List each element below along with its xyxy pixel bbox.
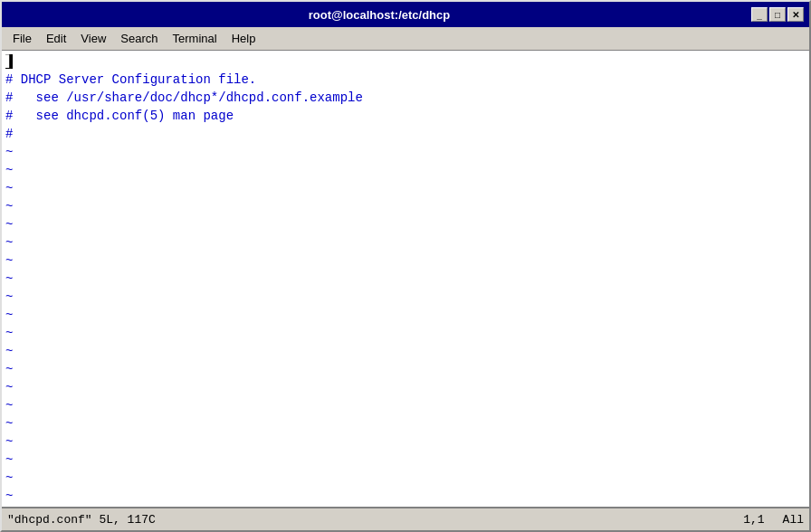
editor-line: ▌ (5, 52, 806, 71)
editor-line: # DHCP Server Configuration file. (5, 71, 806, 89)
tilde-line: ~ (5, 161, 806, 179)
tilde-line: ~ (5, 270, 806, 288)
menu-view[interactable]: View (73, 29, 113, 48)
tilde-line: ~ (5, 505, 806, 507)
tilde-line: ~ (5, 197, 806, 215)
minimize-button[interactable]: _ (751, 7, 768, 22)
tilde-line: ~ (5, 414, 806, 432)
tilde-line: ~ (5, 179, 806, 197)
tilde-line: ~ (5, 432, 806, 451)
tilde-line: ~ (5, 469, 806, 487)
menu-edit[interactable]: Edit (39, 29, 73, 48)
menu-terminal[interactable]: Terminal (166, 29, 224, 48)
editor-line: # (5, 125, 806, 143)
tilde-line: ~ (5, 306, 806, 324)
tilde-line: ~ (5, 487, 806, 505)
statusbar-scroll: All (783, 513, 804, 527)
statusbar: "dhcpd.conf" 5L, 117C 1,1 All (2, 507, 809, 530)
tilde-line: ~ (5, 252, 806, 270)
tilde-line: ~ (5, 360, 806, 378)
menubar: File Edit View Search Terminal Help (2, 27, 809, 51)
tilde-line: ~ (5, 143, 806, 161)
editor-line: # see dhcpd.conf(5) man page (5, 107, 806, 125)
editor-area[interactable]: ▌ # DHCP Server Configuration file. # se… (2, 51, 809, 507)
tilde-line: ~ (5, 215, 806, 233)
close-button[interactable]: ✕ (787, 7, 804, 22)
editor-line: # see /usr/share/doc/dhcp*/dhcpd.conf.ex… (5, 89, 806, 107)
statusbar-right: 1,1 All (743, 513, 804, 527)
editor-content: ▌ # DHCP Server Configuration file. # se… (2, 51, 809, 507)
menu-file[interactable]: File (5, 29, 39, 48)
titlebar: root@localhost:/etc/dhcp _ □ ✕ (2, 2, 809, 27)
tilde-line: ~ (5, 451, 806, 469)
tilde-line: ~ (5, 288, 806, 306)
statusbar-position: 1,1 (743, 513, 764, 527)
main-window: root@localhost:/etc/dhcp _ □ ✕ File Edit… (0, 0, 811, 532)
maximize-button[interactable]: □ (769, 7, 786, 22)
menu-help[interactable]: Help (224, 29, 263, 48)
titlebar-title: root@localhost:/etc/dhcp (7, 8, 751, 22)
tilde-line: ~ (5, 233, 806, 252)
tilde-line: ~ (5, 324, 806, 342)
tilde-line: ~ (5, 378, 806, 396)
titlebar-buttons: _ □ ✕ (751, 7, 804, 22)
menu-search[interactable]: Search (113, 29, 165, 48)
statusbar-filename: "dhcpd.conf" 5L, 117C (7, 513, 156, 527)
tilde-line: ~ (5, 342, 806, 360)
tilde-line: ~ (5, 396, 806, 414)
